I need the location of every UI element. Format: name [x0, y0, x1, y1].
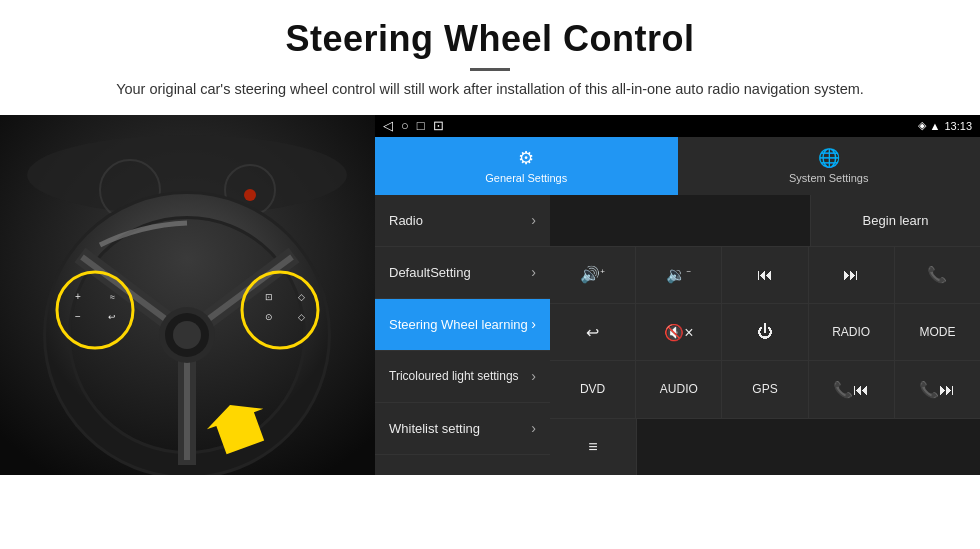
- ui-panel: ◁ ○ □ ⊡ ◈ ▲ 13:13 ⚙ General Settings 🌐 S…: [375, 115, 980, 475]
- chevron-icon: ›: [531, 420, 536, 436]
- menu-item-tricoloured[interactable]: Tricoloured light settings ›: [375, 351, 550, 403]
- chevron-icon: ›: [531, 316, 536, 332]
- svg-point-4: [244, 189, 256, 201]
- control-row-3: DVD AUDIO GPS 📞⏮ 📞⏭: [550, 361, 980, 418]
- recents-icon[interactable]: □: [417, 118, 425, 133]
- back-icon[interactable]: ◁: [383, 118, 393, 133]
- prev-phone-button[interactable]: 📞⏮: [809, 361, 895, 417]
- empty-btn-3: [808, 419, 894, 475]
- top-action-row: Begin learn: [550, 195, 980, 247]
- status-indicators: ◈ ▲ 13:13: [918, 119, 972, 132]
- audio-button[interactable]: AUDIO: [636, 361, 722, 417]
- dvd-button[interactable]: DVD: [550, 361, 636, 417]
- time-display: 13:13: [944, 120, 972, 132]
- svg-text:◇: ◇: [298, 292, 305, 302]
- svg-text:−: −: [75, 311, 81, 322]
- screenshot-icon[interactable]: ⊡: [433, 118, 444, 133]
- page-subtitle: Your original car's steering wheel contr…: [60, 79, 920, 101]
- left-menu: Radio › DefaultSetting › Steering Wheel …: [375, 195, 550, 475]
- power-button[interactable]: ⏻: [722, 304, 808, 360]
- gps-label: GPS: [752, 382, 777, 396]
- tab-bar: ⚙ General Settings 🌐 System Settings: [375, 137, 980, 195]
- menu-steering-label: Steering Wheel learning: [389, 317, 528, 332]
- prev-track-button[interactable]: ⏮: [722, 247, 808, 303]
- home-icon[interactable]: ○: [401, 118, 409, 133]
- begin-learn-button[interactable]: Begin learn: [810, 195, 980, 246]
- phone-icon: 📞: [927, 265, 947, 284]
- page-header: Steering Wheel Control Your original car…: [0, 0, 980, 111]
- control-row-4: ≡: [550, 419, 980, 475]
- tab-system-label: System Settings: [789, 172, 868, 184]
- empty-btn-1: [637, 419, 723, 475]
- gps-status-icon: ◈: [918, 119, 926, 132]
- vol-down-button[interactable]: 🔉−: [636, 247, 722, 303]
- tab-general[interactable]: ⚙ General Settings: [375, 137, 678, 195]
- page-title: Steering Wheel Control: [60, 18, 920, 60]
- svg-text:≈: ≈: [110, 292, 115, 302]
- mode-button[interactable]: MODE: [895, 304, 980, 360]
- next-phone-icon: 📞⏭: [919, 380, 955, 399]
- control-row-2: ↩ 🔇× ⏻ RADIO MODE: [550, 304, 980, 361]
- status-bar: ◁ ○ □ ⊡ ◈ ▲ 13:13: [375, 115, 980, 137]
- equalizer-button[interactable]: ≡: [550, 419, 637, 475]
- mode-label: MODE: [919, 325, 955, 339]
- signal-icon: ▲: [930, 120, 941, 132]
- menu-default-label: DefaultSetting: [389, 265, 471, 280]
- menu-whitelist-label: Whitelist setting: [389, 421, 480, 436]
- phone-button[interactable]: 📞: [895, 247, 980, 303]
- svg-text:◇: ◇: [298, 312, 305, 322]
- hang-up-button[interactable]: ↩: [550, 304, 636, 360]
- power-icon: ⏻: [757, 323, 773, 341]
- empty-btn-2: [723, 419, 809, 475]
- tab-general-label: General Settings: [485, 172, 567, 184]
- chevron-icon: ›: [531, 212, 536, 228]
- audio-label: AUDIO: [660, 382, 698, 396]
- next-track-button[interactable]: ⏭: [809, 247, 895, 303]
- vol-up-icon: 🔊+: [580, 265, 605, 284]
- general-settings-icon: ⚙: [518, 147, 534, 169]
- next-phone-button[interactable]: 📞⏭: [895, 361, 980, 417]
- equalizer-icon: ≡: [588, 438, 597, 456]
- mute-button[interactable]: 🔇×: [636, 304, 722, 360]
- menu-item-steering[interactable]: Steering Wheel learning ›: [375, 299, 550, 351]
- next-track-icon: ⏭: [843, 266, 859, 284]
- svg-text:⊙: ⊙: [265, 312, 273, 322]
- empty-space: [550, 195, 810, 246]
- main-content: + ≈ − ↩ ⊡ ◇ ⊙ ◇ ◁ ○ □ ⊡: [0, 115, 980, 475]
- svg-text:↩: ↩: [108, 312, 116, 322]
- radio-btn-button[interactable]: RADIO: [809, 304, 895, 360]
- prev-track-icon: ⏮: [757, 266, 773, 284]
- menu-item-whitelist[interactable]: Whitelist setting ›: [375, 403, 550, 455]
- steering-wheel-image: + ≈ − ↩ ⊡ ◇ ⊙ ◇: [0, 115, 375, 475]
- hang-up-icon: ↩: [586, 323, 599, 342]
- status-nav-icons: ◁ ○ □ ⊡: [383, 118, 444, 133]
- menu-item-radio[interactable]: Radio ›: [375, 195, 550, 247]
- menu-item-default[interactable]: DefaultSetting ›: [375, 247, 550, 299]
- control-row-1: 🔊+ 🔉− ⏮ ⏭ 📞: [550, 247, 980, 304]
- menu-controls-area: Radio › DefaultSetting › Steering Wheel …: [375, 195, 980, 475]
- svg-text:+: +: [75, 291, 81, 302]
- radio-btn-label: RADIO: [832, 325, 870, 339]
- svg-text:⊡: ⊡: [265, 292, 273, 302]
- menu-tricoloured-label: Tricoloured light settings: [389, 369, 519, 383]
- chevron-icon: ›: [531, 264, 536, 280]
- dvd-label: DVD: [580, 382, 605, 396]
- begin-learn-label: Begin learn: [863, 213, 929, 228]
- menu-radio-label: Radio: [389, 213, 423, 228]
- vol-down-icon: 🔉−: [666, 265, 691, 284]
- system-settings-icon: 🌐: [818, 147, 840, 169]
- gps-button[interactable]: GPS: [722, 361, 808, 417]
- tab-system[interactable]: 🌐 System Settings: [678, 137, 981, 195]
- vol-up-button[interactable]: 🔊+: [550, 247, 636, 303]
- prev-phone-icon: 📞⏮: [833, 380, 869, 399]
- chevron-icon: ›: [531, 368, 536, 384]
- title-divider: [470, 68, 510, 71]
- empty-btn-4: [894, 419, 980, 475]
- mute-icon: 🔇×: [664, 323, 693, 342]
- svg-point-15: [173, 321, 201, 349]
- right-controls: Begin learn 🔊+ 🔉− ⏮ ⏭: [550, 195, 980, 475]
